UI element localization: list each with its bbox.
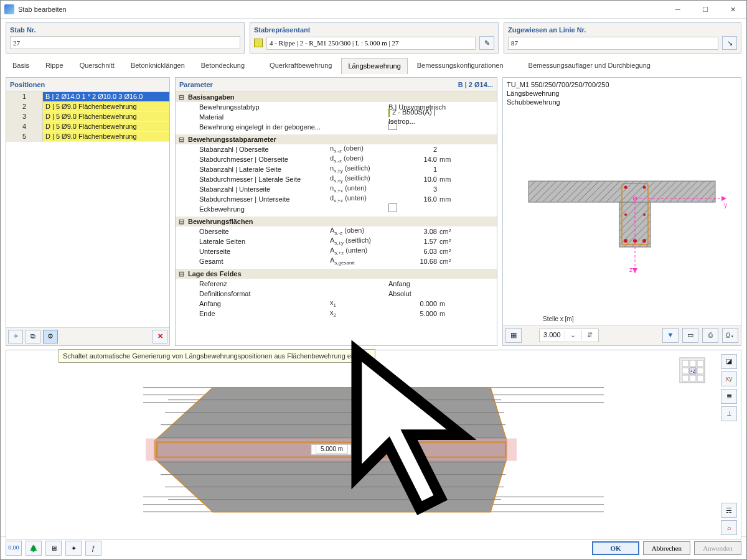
monitor-button[interactable]: 🖥 [45,541,62,556]
positions-table[interactable]: 1B | 2 Ø14.0 1 * 2 Ø10.0 3 Ø16.02D | 5 Ø… [6,92,169,327]
position-row[interactable]: 3D | 5 Ø9.0 Flächenbewehrung [6,112,169,122]
param-group-header[interactable]: ⊟Bewehrungsflächen [176,217,497,226]
position-row[interactable]: 5D | 5 Ø9.0 Flächenbewehrung [6,132,169,142]
positions-header: Positionen [10,80,45,89]
tab-querschnitt[interactable]: Querschnitt [73,57,121,73]
param-row[interactable]: Eckbewehrung [176,204,497,214]
tab-betonknicklängen[interactable]: Betonknicklängen [124,57,192,73]
wizard-button[interactable]: ✦ [65,541,82,556]
param-row[interactable]: Stabanzahl | Unterseitens,+z (unten)3 [176,184,497,194]
param-row[interactable]: Stabdurchmesser | Oberseiteds,-z (oben)1… [176,154,497,164]
stab-nr-input[interactable] [10,36,240,49]
param-row[interactable]: ReferenzAnfang [176,279,497,289]
stelle-label: Stelle x [m] [543,315,573,323]
maximize-button[interactable]: ☐ [692,1,719,18]
preview-title-3: Schubbewehrung [507,98,737,106]
preview-print-button[interactable]: ⎙ [702,328,718,343]
svg-marker-16 [632,268,637,273]
param-row[interactable]: GesamtAs,gesamt10.68cm² [176,256,497,266]
tooltip: Schaltet automatische Generierung von Lä… [59,349,375,363]
position-row[interactable]: 1B | 2 Ø14.0 1 * 2 Ø10.0 3 Ø16.0 [6,92,169,102]
script-button[interactable]: ƒ [85,541,101,556]
param-group-header[interactable]: ⊟Lage des Feldes [176,269,497,279]
view-layers-button[interactable]: ≣ [721,389,737,404]
tab-querkraftbewehrung[interactable]: Querkraftbewehrung [263,57,339,73]
view-iso-button[interactable]: ◪ [721,354,737,369]
preview-title-2: Längsbewehrung [507,89,737,98]
param-row[interactable]: Anfangx10.000m [176,299,497,309]
svg-rect-53 [697,375,703,381]
svg-rect-50 [697,368,703,374]
parameter-grid[interactable]: ⊟BasisangabenBewehrungsstabtypB | Unsymm… [176,92,497,345]
preview-title-1: TU_M1 550/250/700/250/700/250 [507,80,737,89]
tree-button[interactable]: 🌲 [26,541,42,556]
pos-copy-button[interactable]: ⧉ [26,330,40,343]
assign-label: Zugewiesen an Linie Nr. [504,23,741,34]
view-zoom-button[interactable]: ⌕ [721,520,737,535]
tab-rippe[interactable]: Rippe [39,57,70,73]
preview-more-button[interactable]: ⎙▾ [722,328,738,343]
tab-bar: BasisRippeQuerschnittBetonknicklängenBet… [1,57,746,73]
svg-rect-51 [682,375,688,381]
svg-text:+Z: +Z [690,369,696,373]
param-row[interactable]: Laterale SeitenAs,±y (seitlich)1.57cm² [176,236,497,246]
position-row[interactable]: 2D | 5 Ø9.0 Flächenbewehrung [6,102,169,112]
stab-nr-box: Stab Nr. [6,22,245,54]
svg-rect-47 [682,368,688,374]
param-row[interactable]: Stabdurchmesser | Laterale Seiteds,±y (s… [176,174,497,184]
repr-edit-button[interactable]: ✎ [479,36,494,50]
param-row[interactable]: Stabanzahl | Laterale Seitens,±y (seitli… [176,164,497,174]
param-row[interactable]: Stabdurchmesser | Unterseiteds,+z (unten… [176,194,497,204]
stelle-input[interactable]: 3.000⌄⇵ [539,329,599,342]
param-group-header[interactable]: ⊟Bewehrungsstabparameter [176,134,497,144]
svg-text:y: y [724,202,727,208]
svg-point-5 [624,185,627,189]
preview-filter-button[interactable]: ▼ [662,328,679,343]
view-section-button[interactable]: ⟂ [721,406,737,421]
units-button[interactable]: 0,00 [6,541,22,556]
position-row[interactable]: 4D | 5 Ø9.0 Flächenbewehrung [6,122,169,132]
repr-input[interactable] [266,37,476,50]
param-row[interactable]: UnterseiteAs,+z (unten)6.03cm² [176,246,497,256]
stab-nr-label: Stab Nr. [6,23,244,34]
ok-button[interactable]: OK [592,541,639,555]
titlebar: Stab bearbeiten ─ ☐ ✕ [1,1,746,19]
pos-delete-button[interactable]: ✕ [153,330,167,343]
longitudinal-preview[interactable]: Schaltet automatische Generierung von Lä… [6,350,741,539]
param-row[interactable]: Endex25.000m [176,309,497,319]
tab-betondeckung[interactable]: Betondeckung [194,57,251,73]
minimize-button[interactable]: ─ [664,1,692,18]
assign-input[interactable] [508,37,718,50]
svg-point-7 [624,213,627,216]
preview-scale-button[interactable]: ▭ [682,328,698,343]
tab-bemessungskonfigurationen[interactable]: Bemessungskonfigurationen [410,57,510,73]
svg-point-6 [643,185,646,189]
svg-rect-45 [690,360,696,366]
param-group-header[interactable]: ⊟Basisangaben [176,92,497,102]
preview-section-button[interactable]: ▦ [505,328,522,343]
cancel-button[interactable]: Abbrechen [643,541,690,555]
svg-point-11 [642,239,646,243]
view-cube[interactable]: +Z [679,357,706,384]
apply-button[interactable]: Anwenden [694,541,741,555]
preview-title-block: TU_M1 550/250/700/250/700/250 Längsbeweh… [503,78,741,110]
section-preview[interactable]: y z [503,109,741,314]
view-axes-button[interactable]: xy [721,371,737,386]
pos-autogen-button[interactable]: ⚙ [43,330,58,343]
pos-new-button[interactable]: ✧ [8,330,23,343]
tab-basis[interactable]: Basis [6,57,36,73]
app-icon [4,4,14,14]
tab-längsbewehrung[interactable]: Längsbewehrung [341,58,407,73]
positions-panel: Positionen 1B | 2 Ø14.0 1 * 2 Ø10.0 3 Ø1… [6,77,170,346]
param-row[interactable]: DefinitionsformatAbsolut [176,289,497,299]
assign-pick-button[interactable]: ↘ [722,36,737,50]
param-row[interactable]: Material2 - B500S(A) | Isotrop... [176,112,497,122]
svg-rect-46 [697,360,703,366]
view-list-button[interactable]: ☴ [721,503,737,518]
preview-panel: TU_M1 550/250/700/250/700/250 Längsbeweh… [502,77,741,346]
param-row[interactable]: OberseiteAs,-z (oben)3.08cm² [176,226,497,236]
param-row[interactable]: Bewehrung eingelegt in der gebogene... [176,122,497,132]
close-button[interactable]: ✕ [719,1,746,18]
param-row[interactable]: Stabanzahl | Oberseitens,-z (oben)2 [176,144,497,154]
tab-bemessungsauflager und durchbiegung[interactable]: Bemessungsauflager und Durchbiegung [522,57,657,73]
